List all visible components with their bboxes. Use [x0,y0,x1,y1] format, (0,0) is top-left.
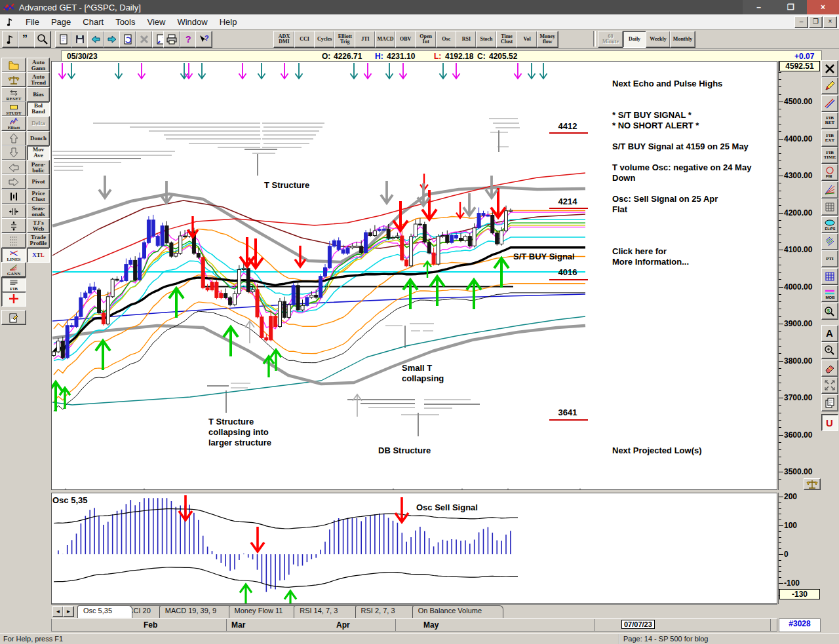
menu-tools[interactable]: Tools [109,16,141,28]
indicator-stoch-button[interactable]: Stoch [476,31,497,48]
tool-xgrey-button[interactable] [136,31,153,48]
tool-crosshair-button[interactable] [1,292,26,307]
tool-magnifier-button[interactable] [34,31,51,48]
price-axis[interactable]: 4500.004400.004300.004200.004100.004000.… [778,61,821,490]
study-auto-gann-button[interactable]: AutoGann [27,58,50,73]
tab-scroll-left-button[interactable]: ◄ [52,606,64,617]
indicator-time-clust-button[interactable]: TimeClust [496,31,518,48]
indicator-rsi-button[interactable]: RSI [456,31,477,48]
tool-arrow-right-button[interactable] [1,174,26,189]
projection-date-box[interactable]: 07/07/23 [621,620,655,629]
study-auto-trend-button[interactable]: AutoTrend [27,72,50,87]
period-monthly-button[interactable]: Monthly [670,31,695,48]
tool-study-button[interactable]: STUDY [1,102,26,117]
tab-money-flow-11[interactable]: Money Flow 11 [229,605,304,618]
tool-docref-button[interactable] [119,31,136,48]
menu-view[interactable]: View [141,16,171,28]
indicator-osc-button[interactable]: Osc [436,31,457,48]
close-button[interactable]: × [807,0,839,14]
tool-printer-button[interactable] [163,31,180,48]
child-restore-button[interactable]: ❐ [809,16,823,28]
study-trade-profile-button[interactable]: TradeProfile [27,233,50,248]
restore-button[interactable]: ❐ [775,0,807,14]
menu-page[interactable]: Page [45,16,77,28]
draw-trend-lines-button[interactable] [821,95,838,112]
price-chart-pane[interactable]: T StructureS/T BUY SignalSmall Tcollapsi… [51,61,777,490]
indicator-obv-button[interactable]: OBV [395,31,416,48]
indicator-cycles-button[interactable]: Cycles [314,31,335,48]
draw-pencil-button[interactable] [821,77,838,94]
tool-helparrow-button[interactable]: ? [195,31,212,48]
tab-macd-19-39-9[interactable]: MACD 19, 39, 9 [159,605,239,618]
child-minimize-button[interactable]: – [794,16,808,28]
tab-rsi-14-7-3[interactable]: RSI 14, 7, 3 [294,605,364,618]
indicator-money-flow-button[interactable]: Moneyflow [537,31,558,48]
draw-gann-grid-button[interactable] [821,199,838,216]
period-60-minute-button[interactable]: 60Minute [598,31,623,48]
tool-reset-button[interactable]: RESET [1,87,26,102]
tab-scroll-right-button[interactable]: ► [63,606,74,617]
period-weekly-button[interactable]: Weekly [646,31,671,48]
draw-blue-grid-button[interactable] [821,268,838,285]
tool-notes-button[interactable] [1,310,26,325]
study-pivot-button[interactable]: Pivot [27,174,50,189]
tool-fib-button[interactable]: FIB [1,277,26,292]
draw-gann-fan-button[interactable] [821,181,838,199]
study-seas-onals-button[interactable]: Seas-onals [27,204,50,219]
draw-close-x-button[interactable] [821,60,838,77]
draw-pti-button[interactable]: PTI [821,250,838,267]
study-para-bolic-button[interactable]: Para-bolic [27,160,50,175]
tool-back-button[interactable] [87,31,104,48]
indicator-vol-button[interactable]: Vol [517,31,537,48]
oscillator-pane[interactable]: Osc 5,35Osc Sell Signal [51,493,777,604]
period-daily-button[interactable]: Daily [623,31,646,48]
tool-elliott-button[interactable]: Elliott [1,116,26,131]
axis-scales-button[interactable] [804,478,821,490]
child-close-button[interactable]: × [823,16,837,28]
draw-magnet-button[interactable]: U [821,414,838,431]
tool-lines-button[interactable]: LINES [1,248,26,263]
tab-on-balance-volume[interactable]: On Balance Volume [412,605,503,618]
tool-arrow-down-button[interactable] [1,145,26,161]
indicator-elliott-trig-button[interactable]: ElliottTrig [334,31,356,48]
tool-bar-spacing-button[interactable] [1,189,26,204]
tool-open-chart-button[interactable] [1,58,26,73]
draw-fib-circle-button[interactable]: FIB [821,164,838,181]
draw-pages-button[interactable] [821,394,838,411]
tool-fwd-button[interactable] [104,31,121,48]
draw-fib-retracement-button[interactable]: FIBRET [821,112,838,129]
study-xtl-button[interactable]: XTL [27,248,50,263]
tool-balance-button[interactable] [1,72,26,87]
study-bias-button[interactable]: Bias [27,87,50,102]
tool-help-button[interactable]: ? [180,31,197,48]
chart-child-icon[interactable] [4,16,14,27]
tool-grid-button[interactable] [1,233,26,248]
minimize-button[interactable]: – [743,0,775,14]
draw-regression-button[interactable] [821,233,838,250]
draw-fib-time-button[interactable]: FIBTIME [821,147,838,164]
study-delta-button[interactable]: Delta [27,116,50,131]
indicator-open-int-button[interactable]: OpenInt [415,31,437,48]
draw-eraser-button[interactable] [821,360,838,377]
study-mov-ave-button[interactable]: MovAve [27,145,50,161]
tab-osc-5-35[interactable]: Osc 5,35 [77,605,132,618]
study-donch-button[interactable]: Donch [27,131,50,146]
draw-text-tool-button[interactable]: A [821,325,838,342]
draw-fib-extension-button[interactable]: FIBEXT [821,130,838,147]
tool-expand-horizontal-button[interactable] [1,204,26,219]
study-bol-band-button[interactable]: BolBand [27,102,50,117]
menu-file[interactable]: File [20,16,45,28]
draw-mob-button[interactable]: MOB [821,285,838,302]
tool-compress-vertical-button[interactable] [1,218,26,233]
indicator-macd-button[interactable]: MACD [375,31,396,48]
draw-value-zoom-button[interactable]: $ [821,303,838,320]
tool-note-button[interactable] [2,31,19,48]
menu-window[interactable]: Window [171,16,213,28]
tool-gann-button[interactable]: GANN [1,262,26,277]
tool-save-button[interactable] [71,31,88,48]
tool-arrow-up-button[interactable] [1,131,26,146]
draw-zoom-in-button[interactable] [821,342,838,359]
menu-chart[interactable]: Chart [77,16,109,28]
draw-expand-button[interactable] [821,377,838,394]
indicator-cci-button[interactable]: CCI [294,31,315,48]
